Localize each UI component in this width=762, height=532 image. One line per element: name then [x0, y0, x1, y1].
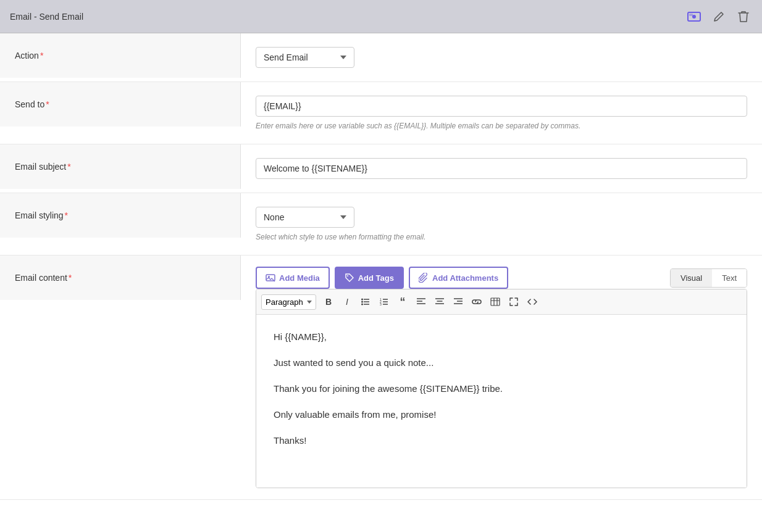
delete-icon[interactable] [735, 8, 752, 25]
email-subject-input[interactable] [256, 158, 747, 179]
email-content-label: Email content* [15, 273, 72, 283]
unordered-list-button[interactable] [357, 293, 374, 310]
editor-line-2: Just wanted to send you a quick note... [274, 355, 729, 370]
editor-toolbar: Paragraph Heading 1 Heading 2 B I 123 “ [256, 289, 747, 315]
preview-icon[interactable] [685, 8, 703, 25]
sendto-field-cell: Enter emails here or use variable such a… [241, 82, 762, 144]
align-left-button[interactable] [412, 293, 430, 310]
email-styling-hint: Select which style to use when formattin… [256, 233, 747, 241]
email-styling-label-cell: Email styling* [0, 193, 241, 238]
email-styling-label: Email styling* [15, 210, 68, 220]
svg-point-4 [268, 276, 270, 278]
sendto-label: Send to* [15, 99, 49, 109]
action-field-cell: Send Email Send SMS Send Push [241, 33, 762, 81]
svg-point-9 [361, 299, 363, 301]
email-subject-label-cell: Email subject* [0, 144, 241, 189]
title-bar: Email - Send Email [0, 0, 762, 33]
italic-button[interactable]: I [338, 293, 356, 310]
email-styling-select[interactable]: None Default Custom [256, 207, 354, 228]
ordered-list-button[interactable]: 123 [375, 293, 393, 310]
align-right-button[interactable] [450, 293, 467, 310]
view-text-button[interactable]: Text [712, 269, 747, 287]
email-subject-row: Email subject* [0, 144, 762, 193]
add-tags-button[interactable]: Add Tags [335, 267, 404, 289]
sendto-label-cell: Send to* [0, 82, 241, 127]
page-title: Email - Send Email [10, 12, 83, 22]
email-styling-row: Email styling* None Default Custom Selec… [0, 193, 762, 256]
edit-icon[interactable] [710, 8, 727, 25]
editor-line-1: Hi {{NAME}}, [274, 330, 729, 344]
sendto-row: Send to* Enter emails here or use variab… [0, 82, 762, 144]
email-subject-label: Email subject* [15, 162, 71, 172]
action-select[interactable]: Send Email Send SMS Send Push [256, 47, 354, 68]
add-attachments-button[interactable]: Add Attachments [409, 267, 508, 289]
table-button[interactable] [487, 293, 504, 310]
title-bar-icons [685, 8, 752, 25]
bold-button[interactable]: B [320, 293, 337, 310]
editor-line-3: Thank you for joining the awesome {{SITE… [274, 381, 729, 396]
action-label: Action* [15, 51, 43, 60]
editor-line-4: Only valuable emails from me, promise! [274, 407, 729, 422]
email-styling-field-cell: None Default Custom Select which style t… [241, 193, 762, 255]
source-button[interactable] [524, 293, 541, 310]
svg-point-11 [361, 304, 363, 305]
email-content-row: Email content* Add Media Add Tags [0, 256, 762, 500]
email-subject-field-cell [241, 144, 762, 193]
action-row: Action* Send Email Send SMS Send Push [0, 33, 762, 82]
email-content-field-cell: Add Media Add Tags Add Attachments Visua… [241, 256, 762, 499]
view-toggle: Visual Text [670, 268, 747, 288]
editor-body[interactable]: Hi {{NAME}}, Just wanted to send you a q… [256, 315, 747, 488]
content-toolbar: Add Media Add Tags Add Attachments Visua… [256, 267, 747, 289]
align-center-button[interactable] [431, 293, 448, 310]
paragraph-select[interactable]: Paragraph Heading 1 Heading 2 [261, 294, 316, 310]
svg-point-10 [361, 301, 363, 303]
sendto-hint: Enter emails here or use variable such a… [256, 122, 747, 130]
action-label-cell: Action* [0, 33, 241, 78]
sendto-input[interactable] [256, 96, 747, 117]
editor-line-5: Thanks! [274, 433, 729, 448]
blockquote-button[interactable]: “ [394, 293, 411, 310]
view-visual-button[interactable]: Visual [671, 269, 712, 287]
email-editor: Paragraph Heading 1 Heading 2 B I 123 “ [256, 289, 747, 488]
fullscreen-button[interactable] [505, 293, 522, 310]
main-content: Action* Send Email Send SMS Send Push Se… [0, 33, 762, 532]
link-button[interactable] [468, 293, 485, 310]
svg-rect-2 [689, 14, 693, 16]
email-content-label-cell: Email content* [0, 256, 241, 300]
svg-point-5 [347, 275, 348, 276]
svg-rect-27 [491, 298, 500, 305]
add-media-button[interactable]: Add Media [256, 267, 330, 289]
svg-text:3: 3 [380, 302, 382, 306]
